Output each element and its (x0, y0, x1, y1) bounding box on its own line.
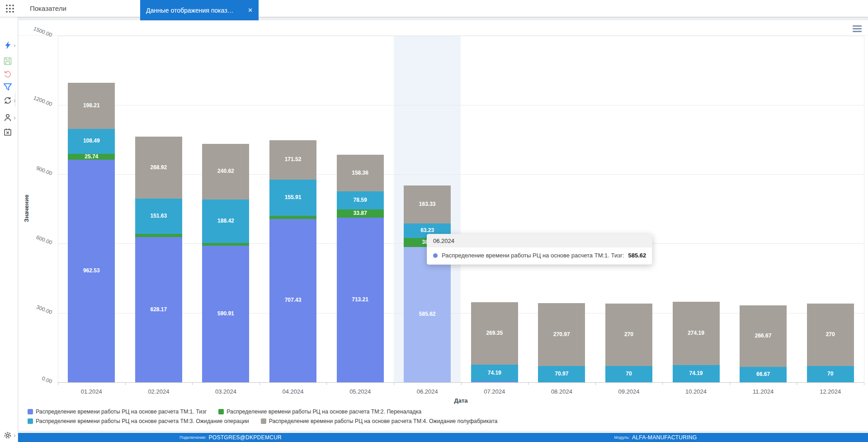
calendar-x-button[interactable] (3, 128, 13, 138)
tab-active[interactable]: Данные отображения показ… ✕ (140, 0, 259, 20)
bar-label: 158.36 (333, 170, 387, 176)
y-tick-label: 900.00 (21, 159, 53, 176)
gear-icon (3, 431, 12, 440)
flash-button[interactable] (3, 41, 13, 51)
axis-tick (259, 383, 260, 385)
grid-dots-icon (5, 4, 15, 14)
legend-item[interactable]: Распределение времени работы РЦ на основ… (28, 418, 249, 424)
x-tick-label: 02.2024 (125, 388, 192, 395)
tooltip-series-label: Распределение времени работы РЦ на основ… (442, 252, 624, 259)
bar-label: 70 (602, 371, 656, 377)
legend-item[interactable]: Распределение времени работы РЦ на основ… (261, 418, 498, 424)
bar-label: 188.42 (198, 218, 253, 224)
bar-label: 962.53 (64, 267, 118, 274)
legend-label: Распределение времени работы РЦ на основ… (36, 418, 249, 424)
legend-item[interactable]: Распределение времени работы РЦ на основ… (28, 409, 207, 415)
x-tick-label: 11.2024 (730, 388, 797, 395)
chevron-right-icon[interactable]: › (14, 41, 18, 50)
bar-label: 171.52 (266, 156, 320, 162)
plot-right-edge (864, 36, 864, 383)
filter-icon (3, 82, 12, 91)
bar-label: 151.63 (132, 213, 186, 219)
tab-label: Данные отображения показ… (146, 7, 234, 14)
bar-label: 628.17 (132, 306, 186, 313)
bar-segment[interactable] (202, 243, 249, 246)
bar-label: 585.62 (400, 311, 454, 317)
x-axis-title: Дата (448, 397, 475, 404)
user-icon (3, 113, 12, 122)
bar-label: 63.23 (400, 227, 454, 233)
bar-label: 66.67 (736, 371, 790, 377)
legend-row: Распределение времени работы РЦ на основ… (28, 409, 497, 415)
module-value: ALFA-MANUFACTURING (632, 434, 697, 441)
bar-label: 274.19 (669, 330, 723, 336)
bar-segment[interactable] (269, 216, 316, 219)
legend-row: Распределение времени работы РЦ на основ… (28, 418, 497, 424)
axis-tick (864, 383, 864, 385)
grid-line (58, 105, 864, 105)
bar-label: 266.67 (736, 333, 790, 339)
y-tick-label: 1200.00 (21, 90, 53, 107)
y-tick-label: 600.00 (21, 229, 53, 246)
chart-panel: 0.00300.00600.00900.001200.001500.0001.2… (19, 20, 868, 431)
axis-tick (595, 383, 596, 385)
x-tick-label: 05.2024 (327, 388, 394, 395)
x-tick-label: 03.2024 (192, 388, 259, 395)
chevron-right-icon[interactable]: › (14, 96, 18, 105)
legend-label: Распределение времени работы РЦ на основ… (226, 409, 421, 415)
plot-left-edge (58, 36, 58, 383)
legend-swatch (261, 418, 266, 424)
connection-status: Подключение: POSTGRES@DKPDEMCUR (18, 433, 443, 442)
x-tick-label: 06.2024 (394, 388, 461, 395)
axis-tick (125, 383, 126, 385)
bar-label: 269.35 (467, 330, 522, 336)
connection-label: Подключение: (179, 435, 207, 440)
refresh-icon (3, 96, 12, 105)
save-button[interactable] (3, 57, 13, 67)
legend-swatch (28, 418, 33, 424)
bar-label: 155.91 (266, 194, 320, 200)
bar-label: 707.43 (266, 297, 320, 303)
legend-label: Распределение времени работы РЦ на основ… (36, 409, 207, 415)
filter-button[interactable] (3, 82, 13, 92)
settings-button[interactable] (3, 431, 13, 441)
y-tick-label: 1500.00 (21, 21, 53, 38)
chart-legend: Распределение времени работы РЦ на основ… (28, 409, 497, 428)
user-button[interactable] (3, 113, 13, 123)
legend-label: Распределение времени работы РЦ на основ… (269, 418, 498, 424)
chevron-right-icon[interactable]: › (14, 431, 18, 440)
axis-tick (528, 383, 528, 385)
top-bar: Показатели (0, 0, 868, 17)
axis-tick (461, 383, 462, 385)
app-grid-icon[interactable] (5, 4, 15, 14)
bar-label: 78.59 (333, 197, 387, 203)
axis-tick (662, 383, 663, 385)
grid-line (58, 36, 864, 36)
connection-value: POSTGRES@DKPDEMCUR (208, 434, 282, 441)
refresh-button[interactable] (3, 96, 13, 106)
axis-tick (58, 383, 58, 385)
axis-tick (192, 383, 193, 385)
bar-label: 74.19 (669, 370, 723, 376)
undo-button[interactable] (3, 69, 13, 79)
legend-swatch (218, 409, 224, 414)
axis-tick (797, 383, 797, 385)
module-label: Модуль: (614, 435, 630, 440)
y-tick-label: 0.00 (21, 367, 53, 385)
undo-icon (3, 69, 12, 78)
axis-tick (730, 383, 730, 385)
chevron-right-icon[interactable]: › (14, 113, 18, 122)
bar-label: 270 (602, 331, 656, 337)
bar-label: 70 (803, 371, 858, 377)
bar-label: 590.91 (198, 310, 253, 317)
x-tick-label: 01.2024 (58, 388, 125, 395)
stacked-bar-chart: 0.00300.00600.00900.001200.001500.0001.2… (19, 20, 868, 431)
bar-label: 268.92 (132, 164, 186, 171)
module-status: Модуль: ALFA-MANUFACTURING (443, 433, 868, 442)
close-icon[interactable]: ✕ (243, 7, 253, 14)
bar-segment[interactable] (135, 234, 182, 237)
x-tick-label: 08.2024 (528, 388, 595, 395)
y-axis-title: Значение (23, 193, 30, 224)
bar-segment[interactable] (471, 381, 518, 382)
legend-item[interactable]: Распределение времени работы РЦ на основ… (218, 409, 421, 415)
